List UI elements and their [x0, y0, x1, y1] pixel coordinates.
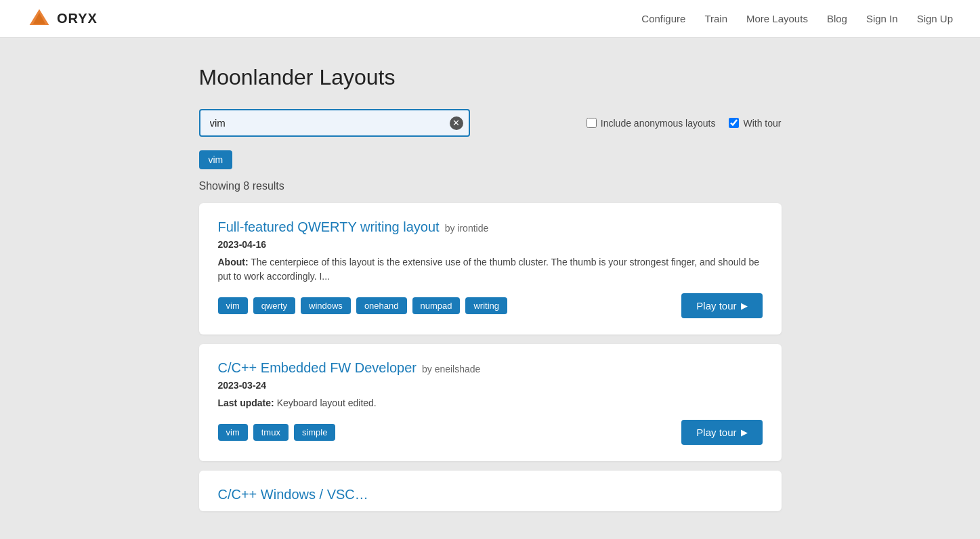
tour-filter-label[interactable]: With tour — [729, 118, 781, 129]
logo-text: ORYX — [57, 11, 98, 26]
result-card-3: C/C++ Windows / VSC… — [199, 471, 782, 511]
tag-filter-row: vim — [199, 150, 782, 169]
tag-list-1: vim qwerty windows onehand numpad writin… — [218, 297, 508, 314]
about-label-1: About: — [218, 257, 249, 267]
result-card-2: C/C++ Embedded FW Developer by eneilshad… — [199, 344, 782, 461]
tag-vim-1: vim — [218, 297, 248, 314]
play-tour-label-1: Play tour — [696, 300, 736, 311]
result-title-3[interactable]: C/C++ Windows / VSC… — [218, 487, 368, 502]
anonymous-filter-label[interactable]: Include anonymous layouts — [587, 118, 716, 129]
search-input[interactable] — [199, 109, 470, 137]
tag-windows-1: windows — [301, 297, 351, 314]
result-footer-1: vim qwerty windows onehand numpad writin… — [218, 293, 763, 318]
result-author-1: by irontide — [445, 223, 489, 234]
filters-row: Include anonymous layouts With tour — [587, 118, 782, 129]
play-tour-button-2[interactable]: Play tour ▶ — [681, 420, 762, 445]
nav-item-train[interactable]: Train — [704, 13, 727, 24]
main-content: Moonlander Layouts ✕ Include anonymous l… — [186, 38, 795, 539]
logo-area[interactable]: ORYX — [27, 7, 98, 31]
play-tour-button-1[interactable]: Play tour ▶ — [681, 293, 762, 318]
nav-item-sign-up[interactable]: Sign Up — [917, 13, 953, 24]
play-tour-label-2: Play tour — [696, 427, 736, 438]
last-update-label-2: Last update: — [218, 397, 274, 408]
result-title-row-2: C/C++ Embedded FW Developer by eneilshad… — [218, 360, 763, 376]
nav-item-sign-in[interactable]: Sign In — [866, 13, 898, 24]
main-header: ORYX ConfigureTrainMore LayoutsBlogSign … — [0, 0, 980, 38]
result-about-2: Last update: Keyboard layout edited. — [218, 396, 763, 410]
result-title-2[interactable]: C/C++ Embedded FW Developer — [218, 360, 417, 376]
active-tag-filter[interactable]: vim — [199, 150, 233, 169]
tour-filter-checkbox[interactable] — [729, 118, 739, 128]
nav-item-configure[interactable]: Configure — [641, 13, 685, 24]
result-title-row-3: C/C++ Windows / VSC… — [218, 487, 763, 502]
tag-tmux-2: tmux — [253, 424, 289, 441]
result-about-1: About: The centerpiece of this layout is… — [218, 255, 763, 284]
result-date-2: 2023-03-24 — [218, 380, 763, 391]
result-author-2: by eneilshade — [422, 364, 480, 374]
anonymous-filter-text: Include anonymous layouts — [601, 118, 716, 129]
tag-qwerty-1: qwerty — [253, 297, 295, 314]
nav-item-more-layouts[interactable]: More Layouts — [746, 13, 808, 24]
tag-writing-1: writing — [465, 297, 507, 314]
search-input-wrapper: ✕ — [199, 109, 470, 137]
about-text-1: The centerpiece of this layout is the ex… — [218, 257, 759, 282]
result-title-row-1: Full-featured QWERTY writing layout by i… — [218, 219, 763, 235]
anonymous-filter-checkbox[interactable] — [587, 118, 597, 128]
tag-list-2: vim tmux simple — [218, 424, 336, 441]
play-icon-2: ▶ — [741, 427, 748, 437]
tag-simple-2: simple — [294, 424, 336, 441]
page-title: Moonlander Layouts — [199, 65, 782, 90]
tour-filter-text: With tour — [743, 118, 781, 129]
clear-icon: ✕ — [452, 118, 460, 127]
result-date-1: 2023-04-16 — [218, 239, 763, 250]
main-nav: ConfigureTrainMore LayoutsBlogSign InSig… — [641, 13, 953, 24]
play-icon-1: ▶ — [741, 301, 748, 311]
results-count: Showing 8 results — [199, 180, 782, 192]
result-title-1[interactable]: Full-featured QWERTY writing layout — [218, 219, 440, 235]
result-card-1: Full-featured QWERTY writing layout by i… — [199, 203, 782, 335]
search-clear-button[interactable]: ✕ — [450, 116, 463, 130]
result-footer-2: vim tmux simple Play tour ▶ — [218, 420, 763, 445]
search-bar-row: ✕ Include anonymous layouts With tour — [199, 109, 782, 137]
tag-onehand-1: onehand — [356, 297, 407, 314]
last-update-text-2: Keyboard layout edited. — [277, 397, 377, 408]
tag-numpad-1: numpad — [412, 297, 461, 314]
oryx-logo-icon — [27, 7, 51, 31]
tag-vim-2: vim — [218, 424, 248, 441]
nav-item-blog[interactable]: Blog — [827, 13, 847, 24]
